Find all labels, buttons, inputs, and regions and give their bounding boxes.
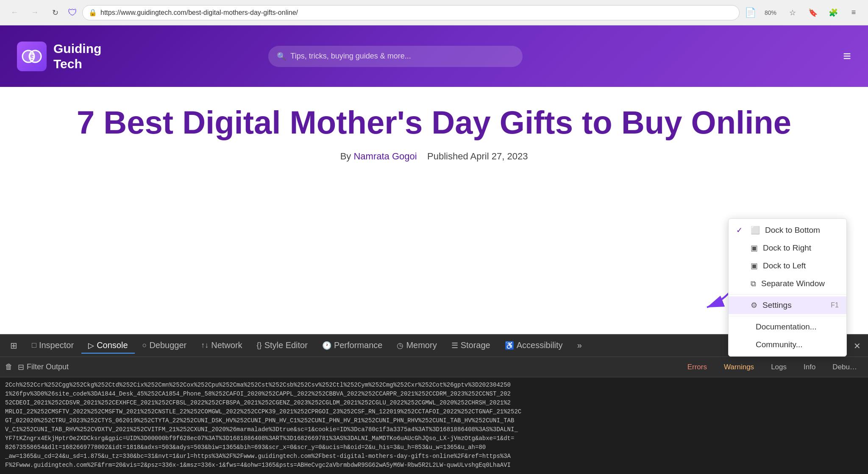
tab-style-editor[interactable]: {} Style Editor bbox=[250, 338, 314, 354]
dock-bottom-label: Dock to Bottom bbox=[765, 226, 820, 235]
warnings-filter-pill[interactable]: Warnings bbox=[718, 361, 760, 373]
clear-console-button[interactable]: 🗑 bbox=[5, 362, 13, 371]
dock-right-label: Dock to Right bbox=[763, 243, 811, 253]
url-text: https://www.guidingtech.com/best-digital… bbox=[100, 9, 298, 17]
dropdown-item-dock-bottom[interactable]: ✓ ⬜ Dock to Bottom bbox=[729, 221, 846, 239]
check-mark-icon: ✓ bbox=[736, 226, 746, 235]
extensions-button[interactable]: 🧩 bbox=[826, 5, 841, 20]
documentation-label: Documentation... bbox=[756, 322, 817, 332]
performance-icon: 🕐 bbox=[322, 341, 331, 350]
accessibility-icon: ♿ bbox=[505, 341, 514, 350]
author-link[interactable]: Namrata Gogoi bbox=[353, 151, 417, 162]
tab-more[interactable]: » bbox=[570, 338, 589, 354]
article-title: 7 Best Digital Mother's Day Gifts to Buy… bbox=[34, 104, 834, 141]
settings-shortcut: F1 bbox=[831, 301, 839, 309]
back-button[interactable]: ← bbox=[7, 5, 22, 20]
dropdown-item-settings[interactable]: ✓ ⚙ Settings F1 bbox=[729, 296, 846, 314]
console-icon: ▷ bbox=[88, 341, 94, 350]
more-tabs-icon: » bbox=[577, 340, 582, 350]
dropdown-item-dock-left[interactable]: ✓ ▣ Dock to Left bbox=[729, 257, 846, 275]
filter-icon: ⊟ bbox=[18, 362, 24, 372]
storage-icon: ☰ bbox=[451, 341, 458, 350]
errors-filter-pill[interactable]: Errors bbox=[682, 361, 713, 373]
style-editor-icon: {} bbox=[257, 341, 262, 350]
dropdown-divider bbox=[729, 294, 846, 295]
tab-accessibility[interactable]: ♿ Accessibility bbox=[498, 338, 570, 354]
shield-icon: 🛡 bbox=[68, 7, 77, 18]
tab-memory[interactable]: ◷ Memory bbox=[390, 338, 443, 354]
console-line: V_C1%252CUNI_TAB_RHV%252CVDXTV_2021%252C… bbox=[5, 425, 863, 434]
dropdown-item-dock-right[interactable]: ✓ ▣ Dock to Right bbox=[729, 239, 846, 257]
dropdown-item-separate-window[interactable]: ✓ ⧉ Separate Window bbox=[729, 275, 846, 293]
console-output: 2Cch%252Ccr%252Cgg%252Ckg%252Ctd%252Cix%… bbox=[0, 377, 868, 474]
target-icon: ⊞ bbox=[10, 340, 17, 351]
console-toolbar: 🗑 ⊟ Filter Output Errors Warnings Logs I… bbox=[0, 357, 868, 377]
tab-debugger[interactable]: ○ Debugger bbox=[136, 338, 194, 354]
tab-inspector[interactable]: □ Inspector bbox=[25, 338, 81, 354]
zoom-level: 80% bbox=[761, 8, 780, 18]
dropdown-item-community[interactable]: ✓ Community... bbox=[729, 336, 846, 354]
devtools-dropdown-menu: ✓ ⬜ Dock to Bottom ✓ ▣ Dock to Right ✓ ▣… bbox=[728, 218, 847, 357]
dock-right-icon: ▣ bbox=[751, 243, 758, 253]
svg-text:G: G bbox=[29, 52, 35, 61]
lock-icon: 🔒 bbox=[89, 8, 97, 17]
site-search[interactable]: 🔍 Tips, tricks, buying guides & more... bbox=[268, 46, 523, 67]
hamburger-menu-button[interactable]: ≡ bbox=[843, 48, 851, 64]
site-header: G Guiding Tech 🔍 Tips, tricks, buying gu… bbox=[0, 25, 868, 87]
dock-left-icon: ▣ bbox=[751, 261, 758, 270]
devtools-close-button[interactable]: ✕ bbox=[849, 338, 865, 354]
article-area: 7 Best Digital Mother's Day Gifts to Buy… bbox=[0, 87, 868, 175]
console-line: 82673558654&dlt=1682669778002&idt=1818&a… bbox=[5, 443, 863, 452]
devtools-target-button[interactable]: ⊞ bbox=[3, 338, 24, 354]
bookmark-button[interactable]: ☆ bbox=[785, 5, 800, 20]
tab-console[interactable]: ▷ Console bbox=[81, 338, 134, 354]
inspector-icon: □ bbox=[32, 341, 36, 350]
memory-icon: ◷ bbox=[397, 341, 403, 350]
dropdown-item-documentation[interactable]: ✓ Documentation... bbox=[729, 318, 846, 336]
console-line: GT_022020%252CTRU_2023%252CTYS_062019%25… bbox=[5, 416, 863, 425]
dock-bottom-icon: ⬜ bbox=[751, 226, 760, 235]
browser-chrome: ← → ↻ 🛡 🔒 https://www.guidingtech.com/be… bbox=[0, 0, 868, 25]
info-filter-pill[interactable]: Info bbox=[798, 361, 821, 373]
debug-filter-pill[interactable]: Debu… bbox=[826, 361, 863, 373]
network-icon: ↑↓ bbox=[201, 341, 209, 350]
console-line: 52CDEOI_2021%252CDSVR_2021%252CEXHFCE_20… bbox=[5, 399, 863, 407]
browser-menu-button[interactable]: ≡ bbox=[846, 5, 861, 20]
debugger-icon: ○ bbox=[142, 341, 147, 350]
website-content: G Guiding Tech 🔍 Tips, tricks, buying gu… bbox=[0, 25, 868, 175]
bookmark-saved-button[interactable]: 🔖 bbox=[805, 5, 821, 20]
logo-icon: G bbox=[17, 42, 47, 71]
dropdown-divider-2 bbox=[729, 316, 846, 316]
publish-date: Published April 27, 2023 bbox=[427, 151, 528, 162]
console-line: YF7tKZngrx4EkjHptrOe2XDCksrg&gpic=UID%3D… bbox=[5, 434, 863, 443]
console-line: _aw=1365&u_cd=24&u_sd=1.875&u_tz=330&bc=… bbox=[5, 452, 863, 461]
separate-window-icon: ⧉ bbox=[751, 279, 756, 288]
refresh-button[interactable]: ↻ bbox=[47, 5, 63, 20]
community-label: Community... bbox=[756, 340, 803, 349]
logo-name: Guiding Tech bbox=[53, 41, 101, 72]
tab-network[interactable]: ↑↓ Network bbox=[194, 338, 249, 354]
forward-button[interactable]: → bbox=[27, 5, 42, 20]
trash-icon: 🗑 bbox=[5, 362, 13, 371]
console-line: 2Cch%252Ccr%252Cgg%252Ckg%252Ctd%252Cix%… bbox=[5, 381, 863, 390]
search-placeholder: Tips, tricks, buying guides & more... bbox=[290, 52, 411, 61]
console-line: MRLOI_22%252CMSFTV_2022%252CMSFTW_2021%2… bbox=[5, 407, 863, 416]
tab-performance[interactable]: 🕐 Performance bbox=[315, 338, 389, 354]
settings-label: Settings bbox=[762, 301, 792, 310]
separate-window-label: Separate Window bbox=[761, 279, 825, 288]
tab-storage[interactable]: ☰ Storage bbox=[445, 338, 497, 354]
article-meta: By Namrata Gogoi Published April 27, 202… bbox=[34, 151, 834, 162]
settings-icon: ⚙ bbox=[751, 301, 757, 310]
search-icon: 🔍 bbox=[277, 52, 286, 61]
logo-area: G Guiding Tech bbox=[17, 41, 101, 72]
logs-filter-pill[interactable]: Logs bbox=[765, 361, 793, 373]
console-line: 1%26fpv%3D0%26site_code%3DA1844_Desk_45%… bbox=[5, 390, 863, 399]
console-line: F%2Fwww.guidingtech.com%2F&frm=20&vis=2&… bbox=[5, 461, 863, 470]
address-bar[interactable]: 🔒 https://www.guidingtech.com/best-digit… bbox=[82, 5, 740, 20]
filter-output-button[interactable]: ⊟ Filter Output bbox=[18, 362, 69, 372]
reader-view-icon: 📄 bbox=[745, 7, 756, 18]
dock-left-label: Dock to Left bbox=[763, 261, 806, 270]
